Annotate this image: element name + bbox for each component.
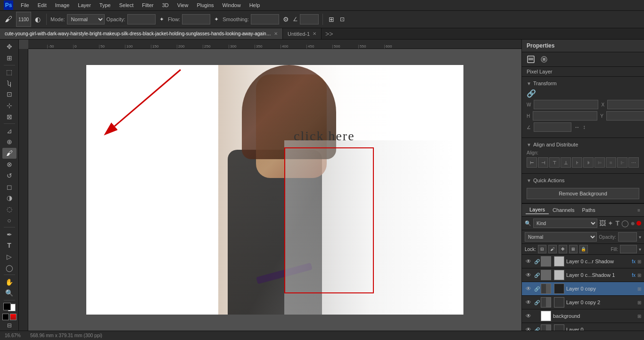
dodge-tool[interactable]: ○ — [2, 215, 17, 226]
standard-mode-btn[interactable] — [2, 314, 9, 320]
y-input[interactable]: 0 mm — [606, 111, 644, 121]
align-bottom-btn[interactable]: ⊧ — [583, 157, 594, 168]
paths-tab[interactable]: Paths — [578, 206, 599, 214]
layer-row-0[interactable]: 👁 🔗 Layer 0 c...r Shadow fx ⊞ — [522, 255, 644, 268]
layers-tab[interactable]: Layers — [526, 206, 549, 214]
layer-row-5[interactable]: 👁 🔗 Layer 0 — [522, 323, 644, 331]
more-btn[interactable]: ⋯ — [628, 157, 639, 168]
layer-row-2[interactable]: 👁 🔗 Layer 0 copy ⊞ — [522, 282, 644, 296]
mask-icon[interactable] — [539, 54, 549, 65]
distribute-left-btn[interactable]: ⊨ — [594, 157, 605, 168]
foreground-background-colors[interactable] — [2, 302, 17, 313]
pen-tool[interactable]: ✒ — [2, 229, 17, 240]
layer-2-visibility[interactable]: 👁 — [525, 285, 532, 292]
lock-artboard-btn[interactable]: ⊞ — [569, 245, 578, 253]
brush-preset-picker[interactable]: 🖌 — [3, 14, 14, 24]
flip-v-btn[interactable]: ↕ — [583, 124, 586, 130]
layer-4-visibility[interactable]: 👁 — [525, 313, 532, 319]
gradient-tool[interactable]: ◑ — [2, 193, 17, 203]
align-left-btn[interactable]: ⊢ — [527, 157, 537, 168]
layer-3-visibility[interactable]: 👁 — [525, 299, 532, 306]
clone-stamp-tool[interactable]: ⊗ — [2, 159, 17, 170]
canvas-content[interactable]: click here — [28, 49, 521, 331]
layer-row-3[interactable]: 👁 🔗 Layer 0 copy 2 ⊞ — [522, 296, 644, 309]
fill-arrow[interactable]: ▾ — [639, 247, 641, 252]
remove-background-button[interactable]: Remove Background — [527, 188, 639, 199]
menu-file[interactable]: File — [17, 1, 33, 9]
align-center-v-btn[interactable]: ⊦ — [572, 157, 582, 168]
transform-title[interactable]: ▼ Transform — [527, 81, 639, 86]
link-btn[interactable]: 🔗 — [527, 89, 536, 98]
eyedropper-tool[interactable]: ⊿ — [2, 125, 17, 136]
align-right-btn[interactable]: ⊤ — [549, 157, 560, 168]
second-tab[interactable]: Untitled-1 ✕ — [283, 28, 322, 39]
mode-select[interactable]: Normal — [67, 14, 105, 24]
move-tool[interactable]: ✥ — [2, 41, 17, 52]
adjustment-filter-btn[interactable]: ✦ — [608, 219, 613, 227]
menu-window[interactable]: Window — [219, 1, 245, 9]
path-selection-tool[interactable]: ▷ — [2, 251, 17, 262]
frame-tool[interactable]: ⊠ — [2, 112, 17, 122]
active-tab[interactable]: cute-young-girl-with-dark-wavy-hairstyle… — [0, 28, 283, 39]
layers-collapse-btn[interactable]: ≡ — [637, 208, 640, 213]
lock-transparent-btn[interactable]: ⊟ — [538, 245, 546, 253]
hand-tool[interactable]: ✋ — [2, 276, 17, 287]
pixel-filter-btn[interactable]: 🖼 — [599, 219, 606, 227]
menu-filter[interactable]: Filter — [138, 1, 157, 9]
menu-type[interactable]: Type — [96, 1, 115, 9]
align-top-btn[interactable]: ⊥ — [561, 157, 571, 168]
menu-select[interactable]: Select — [116, 1, 138, 9]
blur-tool[interactable]: ◌ — [2, 204, 17, 215]
fill-input[interactable]: 100% — [620, 245, 637, 253]
tab-overflow-btn[interactable]: >> — [322, 28, 337, 39]
rectangular-marquee-tool[interactable]: ⬚ — [2, 66, 17, 77]
flip-h-btn[interactable]: ↔ — [574, 124, 580, 130]
second-tab-close[interactable]: ✕ — [313, 31, 316, 36]
menu-edit[interactable]: Edit — [34, 1, 50, 9]
layer-1-visibility[interactable]: 👁 — [525, 272, 532, 278]
menu-plugins[interactable]: Plugins — [193, 1, 217, 9]
crop-tool[interactable]: ⊹ — [2, 100, 17, 111]
distribute-center-btn[interactable]: ≡ — [606, 157, 616, 168]
angle-prop-input[interactable]: 0.00° — [534, 122, 571, 132]
blend-mode-select[interactable]: Normal — [525, 232, 597, 242]
lock-image-btn[interactable]: 🖌 — [548, 245, 557, 253]
quick-mask-btn[interactable] — [10, 314, 17, 320]
symmetry-btn[interactable]: ⊞ — [327, 15, 336, 24]
history-brush-tool[interactable]: ↺ — [2, 170, 17, 181]
angle-input[interactable]: 0° — [300, 14, 319, 24]
pressure-flow-btn[interactable]: ✦ — [212, 15, 221, 24]
smoothing-settings-btn[interactable]: ⚙ — [281, 15, 291, 24]
shape-tool[interactable]: ◯ — [2, 263, 17, 274]
x-input[interactable]: 0 mm — [607, 100, 644, 109]
spot-healing-tool[interactable]: ⊕ — [2, 137, 17, 147]
smoothing-input[interactable]: 10% — [251, 14, 279, 24]
artboard-tool[interactable]: ⊞ — [2, 53, 17, 64]
zoom-tool[interactable]: 🔍 — [2, 288, 17, 299]
brush-size-input[interactable]: 1100 — [16, 12, 31, 27]
menu-help[interactable]: Help — [246, 1, 264, 9]
height-input[interactable]: 379.31 mr — [533, 111, 597, 121]
width-input[interactable]: 568.96 mr — [534, 100, 598, 109]
layer-5-visibility[interactable]: 👁 — [525, 326, 532, 331]
menu-layer[interactable]: Layer — [74, 1, 95, 9]
channels-tab[interactable]: Channels — [549, 206, 578, 214]
distribute-right-btn[interactable]: ⊩ — [617, 157, 627, 168]
menu-view[interactable]: View — [173, 1, 192, 9]
layer-row-1[interactable]: 👁 🔗 Layer 0 c...Shadow 1 fx ⊞ — [522, 268, 644, 282]
lasso-tool[interactable]: ʮ — [2, 78, 17, 89]
pixel-layer-icon[interactable] — [526, 54, 536, 65]
flow-input[interactable]: 24% — [182, 14, 210, 24]
color-filter-btn[interactable] — [636, 221, 641, 226]
active-tab-close[interactable]: ✕ — [274, 31, 278, 36]
quick-actions-title[interactable]: ▼ Quick Actions — [527, 178, 639, 183]
smart-filter-btn[interactable]: ⊕ — [631, 221, 635, 226]
opacity-input[interactable]: 100% — [618, 232, 637, 242]
menu-image[interactable]: Image — [51, 1, 74, 9]
type-tool[interactable]: T — [2, 240, 17, 251]
pressure-btn[interactable]: ⊡ — [338, 15, 347, 24]
brush-hardness-btn[interactable]: ◐ — [33, 15, 42, 24]
shape-filter-btn[interactable]: ◯ — [621, 219, 629, 227]
screen-mode-btn[interactable]: ⊟ — [4, 322, 15, 329]
lock-all-btn[interactable]: 🔒 — [579, 245, 588, 253]
